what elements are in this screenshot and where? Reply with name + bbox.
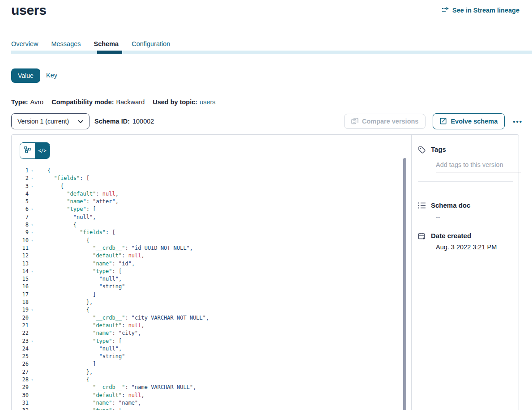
type-label: Type: bbox=[11, 98, 28, 106]
fold-toggle-icon[interactable]: ▾ bbox=[29, 229, 36, 236]
line-number: 23 bbox=[12, 337, 29, 345]
schema-code-editor[interactable]: 1▾{2▾ "fields": [3▾ {4 "default": null,5… bbox=[12, 167, 406, 410]
schema-sidebar: Tags Schema doc -- bbox=[411, 135, 519, 410]
tags-title: Tags bbox=[431, 145, 446, 153]
fold-toggle-icon[interactable]: ▾ bbox=[29, 268, 36, 275]
version-select-value: Version 1 (current) bbox=[17, 118, 69, 125]
line-number: 2 bbox=[12, 175, 29, 182]
code-text: "string" bbox=[36, 353, 125, 360]
code-text: "name": "city", bbox=[36, 329, 141, 337]
calendar-plus-icon bbox=[418, 232, 426, 240]
page-title: users bbox=[11, 3, 47, 18]
code-text: "null", bbox=[36, 345, 122, 353]
see-in-stream-lineage-link[interactable]: See in Stream lineage bbox=[442, 7, 519, 14]
schema-panel: </> 1▾{2▾ "fields": [3▾ {4 "default": nu… bbox=[11, 134, 519, 410]
code-line: 9▾ "fields": [ bbox=[12, 229, 406, 236]
view-toggle-group: </> bbox=[20, 142, 50, 159]
fold-toggle-icon[interactable]: ▾ bbox=[29, 175, 36, 182]
code-line: 27 }, bbox=[12, 368, 406, 376]
value-toggle-button[interactable]: Value bbox=[11, 68, 40, 83]
code-line: 1▾{ bbox=[12, 167, 406, 175]
fold-gutter bbox=[29, 252, 36, 260]
fold-toggle-icon[interactable]: ▾ bbox=[29, 183, 36, 190]
code-text: "type": [ bbox=[36, 205, 96, 213]
fold-gutter bbox=[29, 384, 36, 391]
code-line: 25 "string" bbox=[12, 353, 406, 360]
more-options-button[interactable]: ••• bbox=[512, 116, 523, 127]
tag-icon bbox=[418, 146, 426, 154]
version-select[interactable]: Version 1 (current) bbox=[11, 113, 89, 129]
line-number: 31 bbox=[12, 399, 29, 407]
line-number: 7 bbox=[12, 214, 29, 221]
compatibility-mode-value: Backward bbox=[116, 98, 145, 106]
fold-gutter bbox=[29, 368, 36, 376]
code-text: "__crdb__": "city VARCHAR NOT NULL", bbox=[36, 314, 209, 322]
line-number: 32 bbox=[12, 407, 29, 410]
tab-underline-track bbox=[11, 51, 532, 54]
fold-gutter bbox=[29, 283, 36, 290]
code-line: 20 "__crdb__": "city VARCHAR NOT NULL", bbox=[12, 314, 406, 322]
code-line: 28▾ { bbox=[12, 376, 406, 384]
code-text: "name": "after", bbox=[36, 198, 119, 205]
tree-view-icon bbox=[24, 146, 31, 155]
compatibility-mode-label: Compatibility mode: bbox=[51, 98, 114, 106]
sidebar-divider bbox=[418, 181, 513, 182]
evolve-schema-button[interactable]: Evolve schema bbox=[433, 113, 505, 129]
code-line: 26 ] bbox=[12, 360, 406, 368]
code-line: 7 "null", bbox=[12, 214, 406, 221]
key-toggle-button[interactable]: Key bbox=[46, 72, 57, 79]
code-line: 23▾ "type": [ bbox=[12, 337, 406, 345]
fold-toggle-icon[interactable]: ▾ bbox=[29, 167, 36, 175]
code-line: 5 "name": "after", bbox=[12, 198, 406, 205]
fold-toggle-icon[interactable]: ▾ bbox=[29, 337, 36, 345]
fold-gutter bbox=[29, 314, 36, 322]
code-line: 10▾ { bbox=[12, 237, 406, 244]
fold-gutter bbox=[29, 198, 36, 205]
fold-toggle-icon[interactable]: ▾ bbox=[29, 407, 36, 410]
used-by-topic-link[interactable]: users bbox=[200, 98, 215, 106]
fold-gutter bbox=[29, 214, 36, 221]
code-text: { bbox=[36, 306, 89, 314]
code-text: "default": null, bbox=[36, 392, 145, 399]
line-number: 22 bbox=[12, 329, 29, 337]
code-text: "type": [ bbox=[36, 337, 122, 345]
fold-toggle-icon[interactable]: ▾ bbox=[29, 237, 36, 244]
fold-toggle-icon[interactable]: ▾ bbox=[29, 221, 36, 229]
fold-toggle-icon[interactable]: ▾ bbox=[29, 205, 36, 213]
chevron-down-icon bbox=[78, 118, 83, 125]
code-line: 11 "__crdb__": "id UUID NOT NULL", bbox=[12, 244, 406, 252]
line-number: 16 bbox=[12, 283, 29, 290]
fold-toggle-icon[interactable]: ▾ bbox=[29, 376, 36, 384]
code-text: { bbox=[36, 376, 89, 384]
code-view-icon: </> bbox=[38, 148, 46, 153]
line-number: 21 bbox=[12, 322, 29, 329]
code-view-button[interactable]: </> bbox=[35, 143, 50, 158]
fold-gutter bbox=[29, 353, 36, 360]
code-line: 2▾ "fields": [ bbox=[12, 175, 406, 182]
line-number: 1 bbox=[12, 167, 29, 175]
line-number: 4 bbox=[12, 190, 29, 198]
line-number: 13 bbox=[12, 260, 29, 268]
fold-toggle-icon[interactable]: ▾ bbox=[29, 306, 36, 314]
date-created-section-header: Date created bbox=[418, 232, 513, 240]
code-line: 3▾ { bbox=[12, 183, 406, 190]
code-line: 12 "default": null, bbox=[12, 252, 406, 260]
code-text: { bbox=[36, 237, 89, 244]
tree-view-button[interactable] bbox=[20, 143, 35, 158]
schema-doc-section-header: Schema doc bbox=[418, 201, 513, 209]
line-number: 14 bbox=[12, 268, 29, 275]
code-text: }, bbox=[36, 299, 93, 306]
code-line: 24 "null", bbox=[12, 345, 406, 353]
code-line: 8▾ { bbox=[12, 221, 406, 229]
compare-versions-button[interactable]: Compare versions bbox=[344, 114, 426, 129]
code-text: { bbox=[36, 183, 64, 190]
editor-vertical-scrollbar[interactable] bbox=[403, 158, 406, 410]
code-line: 30 "default": null, bbox=[12, 392, 406, 399]
tags-section-header: Tags bbox=[418, 145, 513, 154]
add-tags-input[interactable] bbox=[436, 159, 521, 172]
line-number: 6 bbox=[12, 205, 29, 213]
fold-gutter bbox=[29, 291, 36, 299]
line-number: 9 bbox=[12, 229, 29, 236]
fold-gutter bbox=[29, 399, 36, 407]
code-line: 31 "name": "name", bbox=[12, 399, 406, 407]
